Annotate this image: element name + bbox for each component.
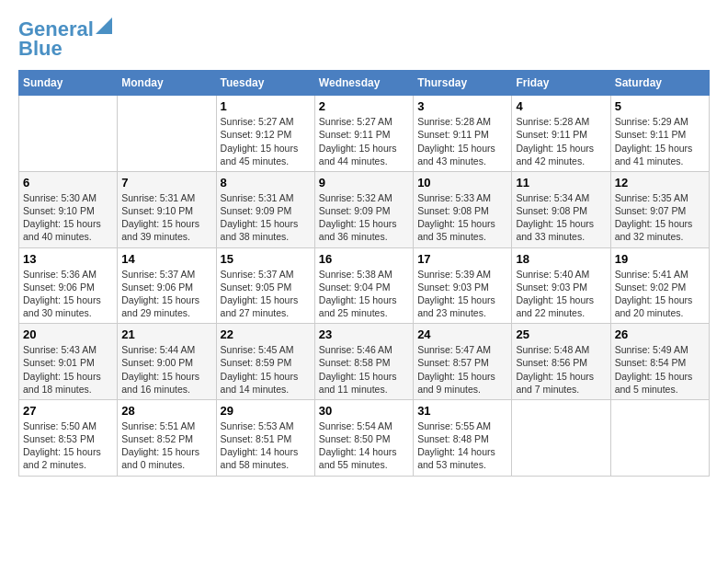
day-info: Sunrise: 5:43 AM Sunset: 9:01 PM Dayligh… xyxy=(23,343,113,396)
day-info: Sunrise: 5:54 AM Sunset: 8:50 PM Dayligh… xyxy=(319,419,409,472)
day-info: Sunrise: 5:32 AM Sunset: 9:09 PM Dayligh… xyxy=(319,191,409,244)
calendar-cell: 23Sunrise: 5:46 AM Sunset: 8:58 PM Dayli… xyxy=(314,324,413,400)
day-info: Sunrise: 5:53 AM Sunset: 8:51 PM Dayligh… xyxy=(221,419,311,472)
day-number: 12 xyxy=(615,176,705,190)
day-info: Sunrise: 5:55 AM Sunset: 8:48 PM Dayligh… xyxy=(417,419,507,472)
logo-triangle-icon xyxy=(96,17,112,34)
day-info: Sunrise: 5:46 AM Sunset: 8:58 PM Dayligh… xyxy=(319,343,409,396)
day-info: Sunrise: 5:39 AM Sunset: 9:03 PM Dayligh… xyxy=(417,268,507,320)
day-number: 26 xyxy=(615,327,705,341)
day-info: Sunrise: 5:38 AM Sunset: 9:04 PM Dayligh… xyxy=(319,268,409,320)
calendar-cell: 15Sunrise: 5:37 AM Sunset: 9:05 PM Dayli… xyxy=(216,247,314,324)
day-number: 8 xyxy=(221,176,311,190)
calendar-cell: 20Sunrise: 5:43 AM Sunset: 9:01 PM Dayli… xyxy=(19,324,118,400)
day-number: 22 xyxy=(221,327,311,341)
calendar-cell: 16Sunrise: 5:38 AM Sunset: 9:04 PM Dayli… xyxy=(314,247,413,324)
day-number: 5 xyxy=(615,99,705,113)
calendar-week-1: 1Sunrise: 5:27 AM Sunset: 9:12 PM Daylig… xyxy=(19,96,710,172)
day-number: 27 xyxy=(23,404,113,418)
day-number: 9 xyxy=(319,176,409,190)
calendar-cell: 26Sunrise: 5:49 AM Sunset: 8:54 PM Dayli… xyxy=(610,324,709,400)
calendar-cell xyxy=(118,96,216,172)
day-number: 6 xyxy=(23,176,113,190)
calendar-cell: 22Sunrise: 5:45 AM Sunset: 8:59 PM Dayli… xyxy=(216,324,314,400)
calendar-cell: 2Sunrise: 5:27 AM Sunset: 9:11 PM Daylig… xyxy=(314,96,413,172)
calendar-cell: 25Sunrise: 5:48 AM Sunset: 8:56 PM Dayli… xyxy=(512,324,610,400)
weekday-header-friday: Friday xyxy=(512,71,610,96)
calendar-cell: 13Sunrise: 5:36 AM Sunset: 9:06 PM Dayli… xyxy=(19,247,118,324)
day-number: 28 xyxy=(121,404,211,418)
weekday-header-sunday: Sunday xyxy=(19,71,118,96)
day-info: Sunrise: 5:35 AM Sunset: 9:07 PM Dayligh… xyxy=(615,191,705,244)
day-number: 25 xyxy=(516,327,606,341)
calendar-cell: 19Sunrise: 5:41 AM Sunset: 9:02 PM Dayli… xyxy=(610,247,709,324)
calendar-cell: 31Sunrise: 5:55 AM Sunset: 8:48 PM Dayli… xyxy=(414,399,512,476)
day-number: 4 xyxy=(516,99,606,113)
day-number: 19 xyxy=(615,252,705,266)
weekday-header-monday: Monday xyxy=(118,71,216,96)
calendar-week-5: 27Sunrise: 5:50 AM Sunset: 8:53 PM Dayli… xyxy=(19,399,710,476)
day-info: Sunrise: 5:30 AM Sunset: 9:10 PM Dayligh… xyxy=(23,191,113,244)
day-number: 24 xyxy=(417,327,507,341)
day-number: 15 xyxy=(221,252,311,266)
calendar-cell: 4Sunrise: 5:28 AM Sunset: 9:11 PM Daylig… xyxy=(512,96,610,172)
day-info: Sunrise: 5:27 AM Sunset: 9:11 PM Dayligh… xyxy=(319,115,409,167)
day-info: Sunrise: 5:50 AM Sunset: 8:53 PM Dayligh… xyxy=(23,419,113,472)
svg-marker-0 xyxy=(96,17,112,34)
calendar-cell: 18Sunrise: 5:40 AM Sunset: 9:03 PM Dayli… xyxy=(512,247,610,324)
calendar-week-3: 13Sunrise: 5:36 AM Sunset: 9:06 PM Dayli… xyxy=(19,247,710,324)
day-info: Sunrise: 5:37 AM Sunset: 9:05 PM Dayligh… xyxy=(221,268,311,320)
day-number: 10 xyxy=(417,176,507,190)
day-number: 3 xyxy=(417,99,507,113)
calendar-cell: 21Sunrise: 5:44 AM Sunset: 9:00 PM Dayli… xyxy=(118,324,216,400)
day-number: 14 xyxy=(121,252,211,266)
calendar-cell: 27Sunrise: 5:50 AM Sunset: 8:53 PM Dayli… xyxy=(19,399,118,476)
day-info: Sunrise: 5:45 AM Sunset: 8:59 PM Dayligh… xyxy=(221,343,311,396)
day-info: Sunrise: 5:31 AM Sunset: 9:09 PM Dayligh… xyxy=(221,191,311,244)
calendar-table: SundayMondayTuesdayWednesdayThursdayFrid… xyxy=(18,70,710,476)
day-number: 16 xyxy=(319,252,409,266)
day-info: Sunrise: 5:29 AM Sunset: 9:11 PM Dayligh… xyxy=(615,115,705,167)
weekday-header-thursday: Thursday xyxy=(414,71,512,96)
day-number: 2 xyxy=(319,99,409,113)
calendar-cell: 1Sunrise: 5:27 AM Sunset: 9:12 PM Daylig… xyxy=(216,96,314,172)
calendar-cell xyxy=(610,399,709,476)
calendar-cell: 9Sunrise: 5:32 AM Sunset: 9:09 PM Daylig… xyxy=(314,171,413,247)
page-header: General Blue xyxy=(18,18,710,61)
calendar-cell: 3Sunrise: 5:28 AM Sunset: 9:11 PM Daylig… xyxy=(414,96,512,172)
day-info: Sunrise: 5:40 AM Sunset: 9:03 PM Dayligh… xyxy=(516,268,606,320)
calendar-week-4: 20Sunrise: 5:43 AM Sunset: 9:01 PM Dayli… xyxy=(19,324,710,400)
calendar-cell: 14Sunrise: 5:37 AM Sunset: 9:06 PM Dayli… xyxy=(118,247,216,324)
logo: General Blue xyxy=(18,18,112,61)
day-number: 18 xyxy=(516,252,606,266)
day-number: 23 xyxy=(319,327,409,341)
day-info: Sunrise: 5:47 AM Sunset: 8:57 PM Dayligh… xyxy=(417,343,507,396)
calendar-week-2: 6Sunrise: 5:30 AM Sunset: 9:10 PM Daylig… xyxy=(19,171,710,247)
calendar-cell xyxy=(19,96,118,172)
day-number: 29 xyxy=(221,404,311,418)
calendar-cell: 12Sunrise: 5:35 AM Sunset: 9:07 PM Dayli… xyxy=(610,171,709,247)
calendar-cell: 28Sunrise: 5:51 AM Sunset: 8:52 PM Dayli… xyxy=(118,399,216,476)
day-info: Sunrise: 5:48 AM Sunset: 8:56 PM Dayligh… xyxy=(516,343,606,396)
day-info: Sunrise: 5:28 AM Sunset: 9:11 PM Dayligh… xyxy=(417,115,507,167)
day-number: 21 xyxy=(121,327,211,341)
day-info: Sunrise: 5:31 AM Sunset: 9:10 PM Dayligh… xyxy=(121,191,211,244)
calendar-cell: 5Sunrise: 5:29 AM Sunset: 9:11 PM Daylig… xyxy=(610,96,709,172)
calendar-cell: 17Sunrise: 5:39 AM Sunset: 9:03 PM Dayli… xyxy=(414,247,512,324)
calendar-cell: 29Sunrise: 5:53 AM Sunset: 8:51 PM Dayli… xyxy=(216,399,314,476)
day-number: 7 xyxy=(121,176,211,190)
day-number: 13 xyxy=(23,252,113,266)
weekday-header-saturday: Saturday xyxy=(610,71,709,96)
weekday-header-wednesday: Wednesday xyxy=(314,71,413,96)
day-info: Sunrise: 5:37 AM Sunset: 9:06 PM Dayligh… xyxy=(121,268,211,320)
day-info: Sunrise: 5:41 AM Sunset: 9:02 PM Dayligh… xyxy=(615,268,705,320)
calendar-cell: 24Sunrise: 5:47 AM Sunset: 8:57 PM Dayli… xyxy=(414,324,512,400)
day-info: Sunrise: 5:51 AM Sunset: 8:52 PM Dayligh… xyxy=(121,419,211,472)
logo-blue-text: Blue xyxy=(18,37,63,61)
day-number: 31 xyxy=(417,404,507,418)
day-info: Sunrise: 5:36 AM Sunset: 9:06 PM Dayligh… xyxy=(23,268,113,320)
weekday-header-tuesday: Tuesday xyxy=(216,71,314,96)
calendar-cell: 10Sunrise: 5:33 AM Sunset: 9:08 PM Dayli… xyxy=(414,171,512,247)
day-info: Sunrise: 5:28 AM Sunset: 9:11 PM Dayligh… xyxy=(516,115,606,167)
day-number: 17 xyxy=(417,252,507,266)
